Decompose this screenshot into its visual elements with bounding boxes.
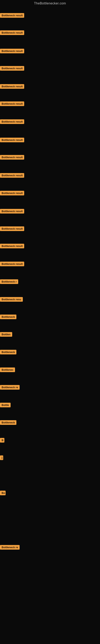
bottleneck-badge: Bottleneck re bbox=[0, 545, 20, 550]
bottleneck-badge: Bottleneck result bbox=[0, 226, 24, 231]
bottleneck-badge: Bottleneck result bbox=[0, 262, 24, 266]
bottleneck-item[interactable]: Bottleneck resu bbox=[0, 297, 23, 302]
bottleneck-badge: Bottleneck result bbox=[0, 49, 24, 53]
bottleneck-item[interactable]: Bottleneck result bbox=[0, 244, 24, 249]
bottleneck-item[interactable]: Bottleneck r bbox=[0, 279, 18, 285]
bottleneck-badge: Bottleneck bbox=[0, 314, 16, 319]
bottleneck-badge: Bottleneck result bbox=[0, 13, 24, 18]
bottleneck-item[interactable]: Bottleneck result bbox=[0, 66, 24, 72]
bottleneck-badge: Bottleneck result bbox=[0, 102, 24, 106]
bottleneck-item[interactable]: Bottleneck result bbox=[0, 262, 24, 267]
bottleneck-badge: Bottleneck result bbox=[0, 66, 24, 71]
bottleneck-item[interactable]: Bottleneck bbox=[0, 350, 16, 355]
bottleneck-badge: Bottleneck result bbox=[0, 244, 24, 248]
bottleneck-badge: Bottleneck result bbox=[0, 84, 24, 89]
bottleneck-item[interactable]: Bottleneck result bbox=[0, 119, 24, 125]
bottleneck-item[interactable]: Bottleneck result bbox=[0, 173, 24, 178]
bottleneck-badge: Bottleneck bbox=[0, 350, 16, 354]
bottleneck-badge: Bottleneck result bbox=[0, 173, 24, 178]
bottleneck-badge: Bo bbox=[0, 491, 6, 495]
bottleneck-item[interactable]: Bottleneck result bbox=[0, 102, 24, 107]
bottleneck-item[interactable]: Bottleneck result bbox=[0, 84, 24, 90]
bottleneck-badge: Bottle bbox=[0, 403, 11, 407]
bottleneck-item[interactable]: Bottlenec bbox=[0, 368, 15, 373]
bottleneck-badge: Bottlen bbox=[0, 332, 12, 337]
bottleneck-item[interactable]: Bottleneck re bbox=[0, 545, 20, 550]
site-title: TheBottlenecker.com bbox=[0, 0, 100, 8]
bottleneck-badge: Bottleneck result bbox=[0, 191, 24, 196]
bottleneck-badge: Bottleneck bbox=[0, 420, 16, 425]
bottleneck-badge: B bbox=[0, 438, 4, 442]
bottleneck-item[interactable]: Bottleneck result bbox=[0, 226, 24, 232]
bottleneck-badge: | bbox=[0, 456, 3, 460]
bottleneck-item[interactable]: Bottleneck result bbox=[0, 155, 24, 160]
bottleneck-item[interactable]: Bottleneck re bbox=[0, 385, 20, 390]
bottleneck-item[interactable]: B bbox=[0, 438, 4, 443]
bottleneck-badge: Bottleneck result bbox=[0, 119, 24, 124]
bottleneck-item[interactable]: Bottleneck result bbox=[0, 30, 24, 36]
bottleneck-badge: Bottleneck re bbox=[0, 385, 20, 390]
bottleneck-badge: Bottleneck result bbox=[0, 138, 24, 142]
bottleneck-item[interactable]: Bottleneck result bbox=[0, 49, 24, 54]
bottleneck-badge: Bottleneck r bbox=[0, 279, 18, 284]
bottleneck-item[interactable]: Bottleneck result bbox=[0, 209, 24, 214]
bottleneck-item[interactable]: Bottlen bbox=[0, 332, 12, 338]
bottleneck-badge: Bottlenec bbox=[0, 368, 15, 372]
bottleneck-badge: Bottleneck result bbox=[0, 209, 24, 214]
bottleneck-item[interactable]: Bottleneck bbox=[0, 314, 16, 320]
bottleneck-item[interactable]: Bottleneck result bbox=[0, 13, 24, 18]
bottleneck-badge: Bottleneck result bbox=[0, 155, 24, 160]
bottleneck-item[interactable]: Bo bbox=[0, 491, 6, 496]
bottleneck-item[interactable]: Bottleneck bbox=[0, 420, 16, 426]
bottleneck-badge: Bottleneck result bbox=[0, 30, 24, 35]
bottleneck-badge: Bottleneck resu bbox=[0, 297, 23, 302]
bottleneck-item[interactable]: | bbox=[0, 456, 3, 461]
bottleneck-item[interactable]: Bottle bbox=[0, 403, 11, 408]
bottleneck-item[interactable]: Bottleneck result bbox=[0, 138, 24, 143]
bottleneck-item[interactable]: Bottleneck result bbox=[0, 191, 24, 196]
